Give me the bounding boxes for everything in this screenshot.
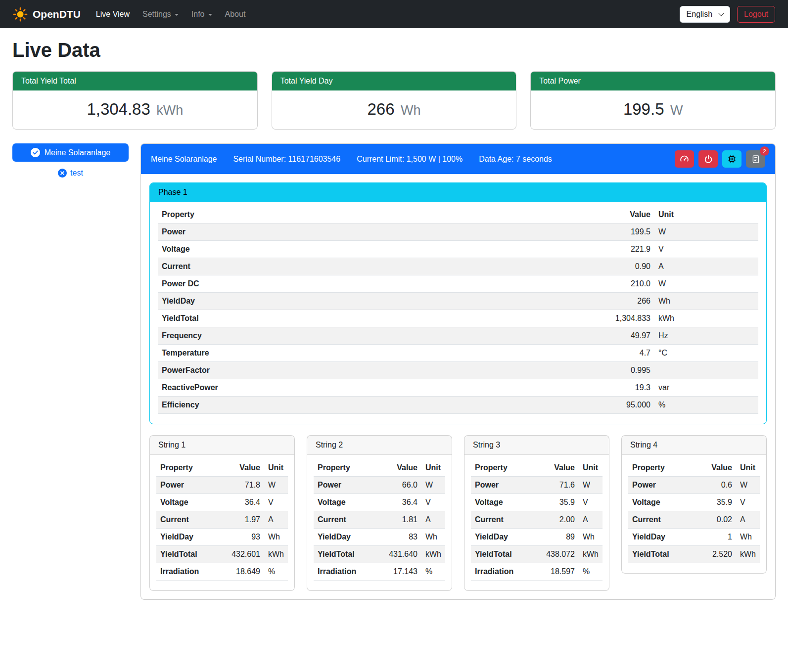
property-unit: W	[579, 477, 603, 494]
property-unit: %	[579, 563, 603, 581]
column-header-unit: Unit	[654, 206, 758, 224]
card-total-power: Total Power 199.5 W	[530, 71, 776, 130]
string-body: Property Value Unit Power0.6WVoltage35.9…	[622, 455, 766, 573]
inverter-actions: 2	[675, 150, 765, 168]
string-card-1: String 1 Property Value Unit	[149, 435, 295, 591]
string-body: Property Value Unit Power71.6WVoltage35.…	[464, 455, 609, 590]
property-value: 18.597	[538, 563, 579, 581]
phase-body: Property Value Unit Power199.5WVoltage22…	[150, 202, 766, 424]
limit-settings-button[interactable]	[675, 150, 694, 168]
property-unit: V	[579, 494, 603, 511]
sidebar-item-test[interactable]: test	[12, 169, 129, 178]
table-row: Current2.00A	[471, 511, 603, 529]
table-row: YieldDay93Wh	[156, 529, 288, 546]
property-value: 17.143	[381, 563, 421, 581]
brand-link[interactable]: OpenDTU	[13, 7, 81, 22]
property-unit: A	[579, 511, 603, 529]
property-name: Voltage	[628, 494, 695, 511]
property-unit: W	[654, 224, 758, 241]
table-header-row: Property Value Unit	[314, 459, 445, 477]
power-icon	[704, 155, 713, 164]
property-name: YieldDay	[314, 529, 381, 546]
property-unit: %	[264, 563, 288, 581]
property-unit: A	[654, 258, 758, 275]
property-unit: V	[421, 494, 445, 511]
table-row: Voltage35.9V	[628, 494, 760, 511]
property-value: 36.4	[224, 494, 264, 511]
table-row: Voltage36.4V	[314, 494, 445, 511]
total-power-unit: W	[670, 103, 683, 118]
card-total-yield-day: Total Yield Day 266 Wh	[272, 71, 517, 130]
table-row: YieldDay266Wh	[158, 293, 758, 310]
table-row: Current1.97A	[156, 511, 288, 529]
string-table: Property Value Unit Power66.0WVoltage36.…	[314, 459, 445, 581]
property-unit: V	[264, 494, 288, 511]
inverter-body: Phase 1 Property Value Unit Power199.5WV…	[141, 174, 775, 599]
inverter-name: Meine Solaranlage	[151, 155, 217, 164]
property-name: Current	[158, 258, 588, 275]
sidebar-item-inverter[interactable]: Meine Solaranlage	[12, 143, 129, 162]
inverter-header: Meine Solaranlage Serial Number: 1161716…	[141, 144, 775, 174]
property-name: Efficiency	[158, 397, 588, 414]
property-name: YieldDay	[156, 529, 224, 546]
event-count-badge: 2	[760, 146, 769, 156]
nav-item-settings[interactable]: Settings	[136, 6, 185, 23]
x-circle-icon	[58, 169, 67, 178]
table-row: YieldTotal431.640kWh	[314, 546, 445, 563]
content-row: Meine Solaranlage test Meine Solaranlage…	[12, 143, 776, 600]
property-unit: Wh	[579, 529, 603, 546]
column-header-property: Property	[628, 459, 695, 477]
table-row: Temperature4.7°C	[158, 345, 758, 362]
nav-item-about[interactable]: About	[219, 6, 252, 23]
string-title: String 2	[307, 436, 452, 455]
property-unit: Wh	[736, 529, 760, 546]
property-value: 1.81	[381, 511, 421, 529]
property-value: 35.9	[538, 494, 579, 511]
power-control-button[interactable]	[698, 150, 718, 168]
table-row: YieldTotal432.601kWh	[156, 546, 288, 563]
property-name: YieldTotal	[628, 546, 695, 563]
column-header-unit: Unit	[264, 459, 288, 477]
property-unit: %	[654, 397, 758, 414]
eventlog-button[interactable]: 2	[746, 150, 765, 168]
property-value: 1,304.833	[588, 310, 654, 327]
total-power-value: 199.5	[623, 100, 664, 118]
table-row: Power199.5W	[158, 224, 758, 241]
column-header-value: Value	[695, 459, 736, 477]
card-body: 266 Wh	[272, 90, 516, 129]
property-value: 431.640	[381, 546, 421, 563]
chevron-down-icon	[175, 14, 179, 16]
language-select[interactable]: English	[680, 6, 730, 23]
property-name: Power	[156, 477, 224, 494]
nav-item-label: About	[225, 10, 246, 19]
property-unit: kWh	[421, 546, 445, 563]
table-row: Current0.90A	[158, 258, 758, 275]
table-row: Current0.02A	[628, 511, 760, 529]
column-header-property: Property	[471, 459, 538, 477]
property-unit: Wh	[654, 293, 758, 310]
language-value: English	[687, 10, 712, 19]
total-yield-day-unit: Wh	[401, 103, 421, 118]
property-value: 19.3	[588, 379, 654, 397]
chevron-down-icon	[208, 14, 212, 16]
property-name: Current	[628, 511, 695, 529]
nav-item-info[interactable]: Info	[185, 6, 219, 23]
total-yield-total-value: 1,304.83	[87, 100, 150, 118]
table-row: Power71.8W	[156, 477, 288, 494]
column-header-unit: Unit	[421, 459, 445, 477]
device-info-button[interactable]	[722, 150, 742, 168]
property-unit: W	[264, 477, 288, 494]
property-unit: W	[421, 477, 445, 494]
table-row: Power0.6W	[628, 477, 760, 494]
table-row: Irradiation17.143%	[314, 563, 445, 581]
check-circle-icon	[31, 148, 40, 157]
property-value: 1	[695, 529, 736, 546]
property-unit: A	[264, 511, 288, 529]
nav-item-live-view[interactable]: Live View	[90, 6, 136, 23]
logout-button[interactable]: Logout	[737, 6, 775, 23]
phase-table: Property Value Unit Power199.5WVoltage22…	[158, 206, 758, 414]
property-value: 266	[588, 293, 654, 310]
string-title: String 1	[150, 436, 294, 455]
string-table: Property Value Unit Power71.8WVoltage36.…	[156, 459, 288, 581]
table-row: Efficiency95.000%	[158, 397, 758, 414]
